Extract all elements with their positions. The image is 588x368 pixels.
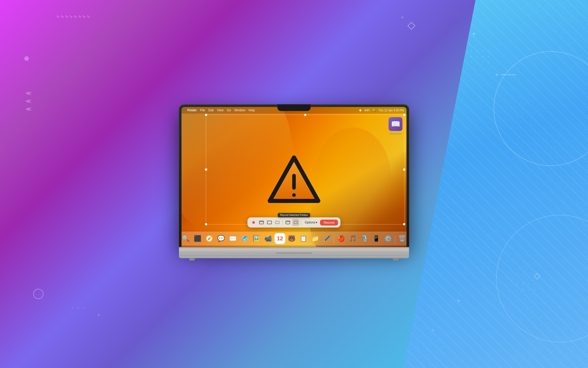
dock-icon-messages[interactable]: 💬 bbox=[216, 233, 227, 244]
menubar-search-icon: 🔍 bbox=[372, 109, 376, 112]
deco-x-bottom-right: ✕ bbox=[432, 328, 435, 332]
dock-icon-music[interactable]: 🎵 bbox=[347, 233, 358, 244]
dock-icon-mail[interactable]: ✉️ bbox=[228, 233, 238, 244]
screenshot-selected-btn[interactable] bbox=[274, 219, 281, 226]
options-button[interactable]: Options ▾ bbox=[303, 220, 319, 225]
screenshot-toolbar: Options ▾ Record bbox=[247, 217, 341, 227]
tooltip-text: Record Selected Portion bbox=[280, 214, 308, 216]
macbook-wrapper: Finder File Edit View Go Window Help ⏺ W… bbox=[179, 104, 409, 260]
record-selected-btn[interactable] bbox=[292, 219, 299, 226]
dock-icon-maps[interactable]: 🗺️ bbox=[239, 233, 250, 244]
menu-help[interactable]: Help bbox=[248, 108, 255, 112]
dock-icon-contacts[interactable]: 🐻 bbox=[286, 233, 297, 244]
menubar-wifi-icon: WiFi bbox=[364, 109, 370, 112]
deco-chevrons: ≪≪≪ bbox=[26, 89, 31, 113]
foot-right bbox=[393, 258, 399, 260]
deco-zigzag-right: 〜〜〜 bbox=[501, 72, 516, 78]
dock-icon-calendar[interactable]: 12 bbox=[275, 233, 285, 244]
macbook-base-edge bbox=[179, 256, 409, 258]
dock-icon-systemprefs[interactable]: ⚙️ bbox=[383, 233, 393, 244]
screenshot-fullscreen-btn[interactable] bbox=[266, 219, 273, 226]
dock-icon-appletv[interactable]: 🍎 bbox=[336, 233, 346, 244]
toolbar-separator-1 bbox=[282, 220, 283, 225]
dock-icon-finder[interactable]: 🔍 bbox=[182, 233, 191, 244]
macbook-trackpad-hint bbox=[276, 252, 312, 254]
dock-icon-files[interactable]: 📁 bbox=[310, 233, 321, 244]
deco-triangle-dots-bottom: ▽ ▽ ▽ bbox=[72, 306, 87, 309]
deco-plus-bottom-right: + bbox=[457, 297, 460, 304]
corner-handle-mr[interactable] bbox=[403, 168, 405, 170]
menubar-record-icon: ⏺ bbox=[359, 109, 362, 112]
corner-handle-br[interactable] bbox=[403, 223, 405, 225]
dock-icon-notes[interactable]: 🖊️ bbox=[322, 233, 332, 244]
svg-point-12 bbox=[297, 221, 298, 222]
deco-dots-row-right: • • • •• • • •• • • • bbox=[471, 50, 491, 64]
options-label: Options bbox=[305, 221, 315, 224]
record-screen-btn[interactable] bbox=[284, 219, 291, 226]
capture-photo-btn[interactable] bbox=[250, 219, 257, 226]
svg-point-10 bbox=[289, 221, 290, 222]
dock-icon-reminders[interactable]: 📋 bbox=[298, 233, 309, 244]
svg-rect-6 bbox=[267, 221, 272, 224]
menubar-datetime: Thu 12 Jan 4:35 PM bbox=[379, 109, 404, 112]
selection-rectangle bbox=[206, 114, 404, 224]
dock-icon-podcasts[interactable]: 🎙️ bbox=[359, 233, 370, 244]
foot-left bbox=[189, 258, 195, 260]
dock-icon-appstore[interactable]: 📱 bbox=[371, 233, 382, 244]
corner-handle-bl[interactable] bbox=[205, 223, 207, 225]
record-label: Record bbox=[324, 221, 334, 224]
dock-separator-2 bbox=[395, 235, 395, 244]
deco-dots-bottom-right: • • • •• • • • bbox=[517, 283, 537, 291]
deco-circle-left-bottom bbox=[33, 289, 43, 299]
toolbar-separator-2 bbox=[301, 220, 301, 225]
corner-handle-ml[interactable] bbox=[205, 168, 207, 170]
menu-go[interactable]: Go bbox=[227, 108, 231, 112]
dock: 🔍 ⬛ 🧭 💬 ✉️ 🗺️ 🖼️ 📹 12 🐻 📋 📁 🖊️ 🍎 🎵 bbox=[182, 232, 406, 245]
corner-handle-tr[interactable] bbox=[403, 114, 405, 116]
macbook-body bbox=[179, 248, 409, 256]
macbook-feet bbox=[179, 258, 409, 260]
deco-x-top: ✕ bbox=[401, 15, 404, 19]
corner-handle-tm[interactable] bbox=[304, 114, 306, 116]
deco-circle-left-mid bbox=[24, 56, 29, 61]
deco-x-bottom-left: ✕ bbox=[97, 313, 100, 317]
record-tooltip: Record Selected Portion bbox=[278, 213, 310, 217]
svg-rect-7 bbox=[276, 221, 279, 224]
deco-zigzag-top: ∿∿∿∿∿∿∿∿ bbox=[56, 14, 91, 19]
deco-plus-top-right: + bbox=[472, 31, 476, 37]
menu-view[interactable]: View bbox=[217, 108, 224, 112]
menu-edit[interactable]: Edit bbox=[208, 108, 214, 112]
dock-icon-facetime[interactable]: 📹 bbox=[263, 233, 274, 244]
record-button[interactable]: Record bbox=[320, 220, 338, 225]
dock-separator bbox=[334, 235, 334, 244]
macbook-screen-outer: Finder File Edit View Go Window Help ⏺ W… bbox=[179, 104, 409, 247]
deco-plus-right-mid: + bbox=[495, 72, 499, 78]
dock-icon-photos[interactable]: 🖼️ bbox=[251, 233, 262, 244]
options-chevron: ▾ bbox=[316, 221, 317, 224]
macos-wallpaper: Finder File Edit View Go Window Help ⏺ W… bbox=[182, 107, 406, 247]
dock-icon-trash[interactable]: 🗑️ bbox=[397, 233, 406, 244]
menu-file[interactable]: File bbox=[200, 108, 205, 112]
menu-window[interactable]: Window bbox=[234, 108, 245, 112]
corner-handle-tl[interactable] bbox=[205, 114, 207, 116]
macbook-notch bbox=[277, 104, 311, 111]
macbook-screen: Finder File Edit View Go Window Help ⏺ W… bbox=[182, 107, 406, 247]
dock-icon-launchpad[interactable]: ⬛ bbox=[192, 233, 203, 244]
svg-rect-4 bbox=[259, 221, 264, 224]
menu-finder[interactable]: Finder bbox=[187, 108, 197, 112]
dock-icon-safari[interactable]: 🧭 bbox=[204, 233, 215, 244]
screenshot-window-btn[interactable] bbox=[258, 219, 265, 226]
